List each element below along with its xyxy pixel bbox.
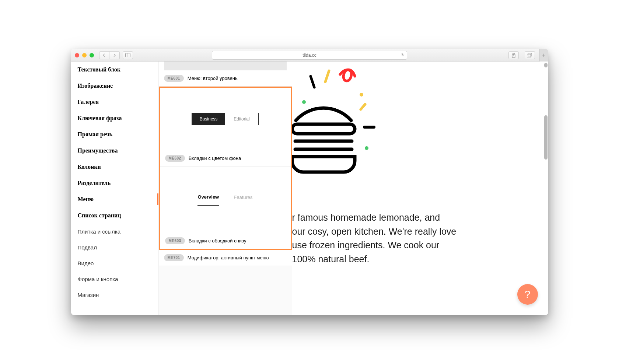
maximize-window-button[interactable]: [90, 53, 94, 57]
new-tab-button[interactable]: +: [539, 49, 548, 62]
sidebar-item-video[interactable]: Видео: [71, 255, 158, 271]
svg-point-12: [365, 146, 368, 150]
svg-line-9: [325, 71, 329, 82]
sidebar-item-footer[interactable]: Подвал: [71, 239, 158, 255]
preview-tab-active: Overview: [197, 194, 219, 206]
sidebar-item-label: Изображение: [78, 83, 113, 89]
content-area: Текстовый блок Изображение Галерея Ключе…: [71, 62, 548, 315]
browser-window: tilda.cc ↻ + Текстовый блок Изображение …: [71, 49, 548, 315]
sidebar-item-label: Форма и кнопка: [78, 276, 118, 282]
back-button[interactable]: [99, 51, 109, 59]
svg-rect-0: [125, 53, 130, 57]
block-me601[interactable]: ME601 Меню: второй уровень: [159, 62, 292, 87]
share-button[interactable]: [508, 51, 519, 59]
sidebar-item-label: Галерея: [78, 99, 99, 105]
preview-tab: Features: [234, 195, 252, 205]
sidebar-item-columns[interactable]: Колонки: [71, 159, 158, 175]
block-code-chip: ME603: [165, 237, 185, 244]
address-bar[interactable]: tilda.cc ↻: [212, 51, 407, 60]
text-line: our cosy, open kitchen. We're really lov…: [292, 226, 457, 237]
preview-tabs: Business Editorial: [192, 113, 259, 125]
minimize-window-button[interactable]: [82, 53, 87, 57]
scrollbar-thumb[interactable]: [544, 115, 548, 160]
block-preview: Business Editorial: [160, 88, 291, 150]
sidebar-item-text-block[interactable]: Текстовый блок: [71, 62, 158, 78]
sidebar-item-label: Список страниц: [78, 212, 121, 218]
titlebar: tilda.cc ↻ +: [71, 49, 548, 62]
sidebar-toggle-button[interactable]: [123, 51, 133, 59]
block-code-chip: ME601: [164, 75, 184, 82]
sidebar-item-key-phrase[interactable]: Ключевая фраза: [71, 110, 158, 126]
svg-rect-3: [527, 54, 531, 57]
sidebar-item-divider[interactable]: Разделитель: [71, 175, 158, 191]
sidebar-item-page-list[interactable]: Список страниц: [71, 207, 158, 224]
svg-line-14: [361, 104, 365, 109]
sidebar-item-image[interactable]: Изображение: [71, 78, 158, 94]
sidebar-item-form-button[interactable]: Форма и кнопка: [71, 271, 158, 287]
sidebar-item-label: Магазин: [78, 292, 99, 298]
block-preview: Overview Features: [160, 167, 291, 233]
block-preview-placeholder: [164, 62, 287, 70]
text-line: r famous homemade lemonade, and: [292, 212, 440, 223]
sidebar-item-label: Преимущества: [78, 147, 118, 154]
sidebar-item-label: Ключевая фраза: [78, 115, 122, 121]
text-line: 100% natural beef.: [292, 254, 370, 264]
scrollbar-thumb[interactable]: [544, 63, 548, 67]
sidebar-item-label: Колонки: [78, 164, 101, 170]
help-icon: ?: [525, 288, 531, 300]
svg-rect-5: [292, 124, 355, 134]
block-me603[interactable]: Overview Features ME603 Вкладки с обводк…: [160, 167, 291, 249]
traffic-lights: [75, 53, 94, 57]
sidebar-item-label: Плитка и ссылка: [78, 228, 121, 235]
block-code-chip: ME602: [165, 155, 185, 162]
block-title: Модификатор: активный пункт меню: [188, 255, 269, 260]
block-me701[interactable]: ME701 Модификатор: активный пункт меню: [159, 250, 292, 266]
url-text: tilda.cc: [302, 53, 316, 58]
text-line: use frozen ingredients. We cook our: [292, 240, 440, 250]
block-me602[interactable]: Business Editorial ME602 Вкладки с цвето…: [160, 88, 291, 167]
sidebar-item-label: Меню: [78, 196, 94, 202]
sidebar-item-tile-link[interactable]: Плитка и ссылка: [71, 224, 158, 239]
block-code-chip: ME701: [164, 254, 184, 261]
category-sidebar: Текстовый блок Изображение Галерея Ключе…: [71, 62, 159, 315]
sidebar-item-label: Текстовый блок: [78, 66, 120, 73]
burger-illustration: [292, 62, 388, 194]
block-title: Вкладки с цветом фона: [189, 155, 241, 161]
tabs-button[interactable]: [525, 51, 535, 59]
svg-point-10: [302, 100, 306, 104]
forward-button[interactable]: [109, 51, 120, 59]
block-title: Вкладки с обводкой снизу: [189, 238, 246, 244]
help-button[interactable]: ?: [517, 284, 538, 305]
preview-tab: Editorial: [225, 113, 258, 125]
sidebar-item-menu[interactable]: Меню: [71, 191, 158, 207]
sidebar-item-label: Видео: [78, 260, 94, 266]
sidebar-item-label: Прямая речь: [78, 131, 113, 137]
preview-body-text: r famous homemade lemonade, and our cosy…: [292, 211, 534, 266]
block-title: Меню: второй уровень: [188, 76, 238, 81]
reload-icon[interactable]: ↻: [401, 53, 405, 57]
sidebar-item-benefits[interactable]: Преимущества: [71, 143, 158, 159]
nav-back-forward: [99, 51, 120, 59]
block-list[interactable]: ME601 Меню: второй уровень Business Edit…: [159, 62, 292, 315]
sidebar-item-label: Разделитель: [78, 180, 111, 186]
sidebar-item-label: Подвал: [78, 244, 97, 251]
preview-tab-active: Business: [192, 113, 225, 125]
sidebar-item-gallery[interactable]: Галерея: [71, 94, 158, 110]
svg-rect-4: [528, 53, 532, 56]
close-window-button[interactable]: [75, 53, 79, 57]
sidebar-item-store[interactable]: Магазин: [71, 287, 158, 303]
page-preview: r famous homemade lemonade, and our cosy…: [292, 62, 548, 315]
highlighted-blocks: Business Editorial ME602 Вкладки с цвето…: [159, 87, 292, 250]
svg-point-11: [360, 93, 363, 97]
sidebar-item-quote[interactable]: Прямая речь: [71, 126, 158, 143]
svg-line-8: [311, 76, 314, 87]
